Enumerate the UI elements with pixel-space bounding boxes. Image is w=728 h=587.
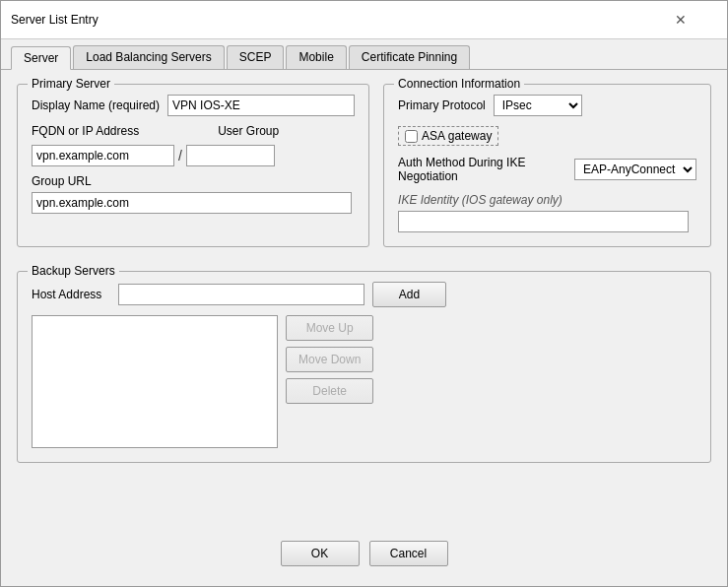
- fqdn-row: /: [32, 145, 355, 166]
- group-url-label: Group URL: [32, 174, 355, 188]
- user-group-input[interactable]: [186, 145, 275, 166]
- primary-protocol-label: Primary Protocol: [398, 98, 486, 112]
- auth-method-row: Auth Method During IKE Negotiation EAP-A…: [398, 156, 696, 183]
- protocol-select[interactable]: IPsec SSL: [494, 95, 582, 116]
- footer: OK Cancel: [1, 541, 727, 566]
- section-group: Primary Server Display Name (required) F…: [17, 84, 711, 247]
- user-group-label: User Group: [218, 124, 279, 138]
- ike-identity-label: IKE Identity (IOS gateway only): [398, 193, 696, 207]
- auth-method-label: Auth Method During IKE Negotiation: [398, 156, 566, 183]
- fqdn-input[interactable]: [32, 145, 174, 166]
- add-button[interactable]: Add: [372, 282, 446, 307]
- backup-servers-label: Backup Servers: [28, 264, 119, 278]
- ok-button[interactable]: OK: [281, 541, 360, 566]
- asa-gateway-label: ASA gateway: [422, 129, 492, 143]
- dialog-title: Server List Entry: [11, 13, 99, 27]
- cancel-button[interactable]: Cancel: [369, 541, 448, 566]
- asa-gateway-row: ASA gateway: [398, 126, 696, 146]
- display-name-row: Display Name (required): [32, 95, 355, 116]
- tab-load-balancing[interactable]: Load Balancing Servers: [73, 45, 224, 69]
- tab-scep[interactable]: SCEP: [227, 45, 285, 69]
- group-url-input[interactable]: [32, 192, 352, 214]
- tab-server[interactable]: Server: [11, 46, 71, 70]
- tab-mobile[interactable]: Mobile: [286, 45, 346, 69]
- connection-info-label: Connection Information: [394, 77, 524, 91]
- host-address-row: Host Address Add: [32, 282, 696, 307]
- display-name-label: Display Name (required): [32, 98, 160, 112]
- connection-info-section: Connection Information Primary Protocol …: [383, 84, 711, 247]
- fqdn-label: FQDN or IP Address: [32, 124, 139, 138]
- protocol-row: Primary Protocol IPsec SSL: [398, 95, 696, 116]
- backup-servers-section: Backup Servers Host Address Add Move Up …: [17, 271, 711, 463]
- delete-button[interactable]: Delete: [286, 378, 373, 404]
- auth-method-select[interactable]: EAP-AnyConnect IKE Certificate: [574, 159, 696, 180]
- host-address-input[interactable]: [118, 284, 364, 305]
- list-area-wrapper: Move Up Move Down Delete: [32, 315, 696, 448]
- main-content: Primary Server Display Name (required) F…: [1, 70, 727, 271]
- ike-identity-input[interactable]: [398, 211, 689, 232]
- tab-bar: Server Load Balancing Servers SCEP Mobil…: [1, 39, 727, 70]
- move-up-button[interactable]: Move Up: [286, 315, 373, 341]
- tab-certificate-pinning[interactable]: Certificate Pinning: [349, 45, 470, 69]
- title-bar: Server List Entry ✕: [1, 1, 727, 39]
- primary-server-label: Primary Server: [28, 77, 114, 91]
- ike-identity-block: IKE Identity (IOS gateway only): [398, 193, 696, 232]
- primary-server-section: Primary Server Display Name (required) F…: [17, 84, 369, 247]
- host-address-label: Host Address: [32, 288, 110, 301]
- move-down-button[interactable]: Move Down: [286, 347, 373, 372]
- slash-divider: /: [178, 148, 182, 163]
- asa-gateway-checkbox[interactable]: [405, 130, 418, 143]
- display-name-input[interactable]: [167, 95, 355, 116]
- side-buttons: Move Up Move Down Delete: [286, 315, 373, 448]
- dialog: Server List Entry ✕ Server Load Balancin…: [0, 0, 728, 587]
- close-button[interactable]: ✕: [643, 7, 717, 33]
- group-url-block: Group URL: [32, 174, 355, 214]
- backup-servers-list[interactable]: [32, 315, 278, 448]
